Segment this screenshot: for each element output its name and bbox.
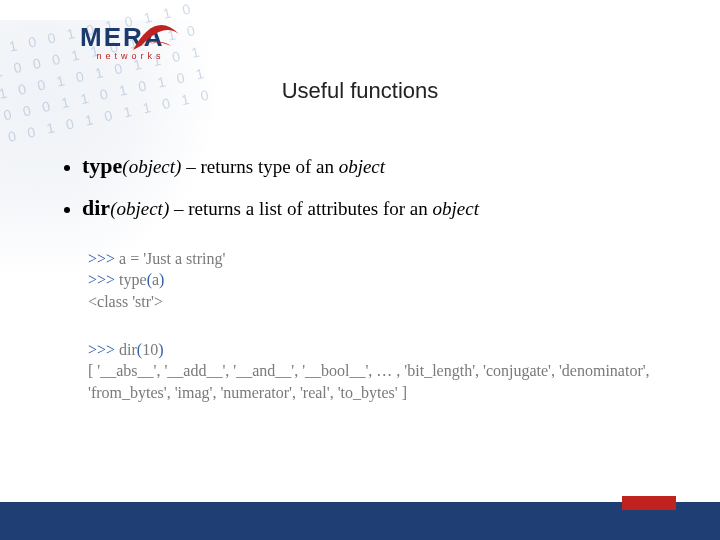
footer-bar: [0, 502, 720, 540]
code-output: <class 'str'>: [88, 291, 664, 313]
fn-name: dir: [82, 195, 110, 220]
paren-close: ): [159, 271, 164, 288]
bullet-item-type: type(object) – returns type of an object: [82, 150, 664, 182]
code-example-2: >>> dir(10) [ '__abs__', '__add__', '__a…: [88, 339, 664, 404]
footer-accent: [622, 496, 676, 510]
content-area: type(object) – returns type of an object…: [64, 150, 664, 403]
code-arg: 10: [142, 341, 158, 358]
bullet-desc: – returns a list of attributes for an: [169, 198, 432, 219]
slide-title: Useful functions: [0, 78, 720, 104]
bullet-item-dir: dir(object) – returns a list of attribut…: [82, 192, 664, 224]
bullet-desc-em: object: [433, 198, 479, 219]
bullet-list: type(object) – returns type of an object…: [64, 150, 664, 224]
swoosh-icon: [127, 16, 183, 72]
prompt: >>>: [88, 271, 115, 288]
code-line: >>> a = 'Just a string': [88, 248, 664, 270]
code-arg: a: [152, 271, 159, 288]
code-text: a = 'Just a string': [115, 250, 225, 267]
fn-name: type: [82, 153, 122, 178]
bullet-desc-em: object: [339, 156, 385, 177]
slide: MERA networks Useful functions type(obje…: [0, 0, 720, 540]
code-output: [ '__abs__', '__add__', '__and__', '__bo…: [88, 360, 664, 403]
code-example-1: >>> a = 'Just a string' >>> type(a) <cla…: [88, 248, 664, 313]
fn-args: (object): [110, 198, 169, 219]
prompt: >>>: [88, 341, 115, 358]
code-line: >>> dir(10): [88, 339, 664, 361]
logo: MERA networks: [80, 22, 165, 61]
code-line: >>> type(a): [88, 269, 664, 291]
code-fn: type: [115, 271, 147, 288]
code-fn: dir: [115, 341, 137, 358]
fn-args: (object): [122, 156, 181, 177]
prompt: >>>: [88, 250, 115, 267]
bullet-desc: – returns type of an: [181, 156, 338, 177]
footer-divider: [0, 494, 720, 502]
paren-close: ): [158, 341, 163, 358]
